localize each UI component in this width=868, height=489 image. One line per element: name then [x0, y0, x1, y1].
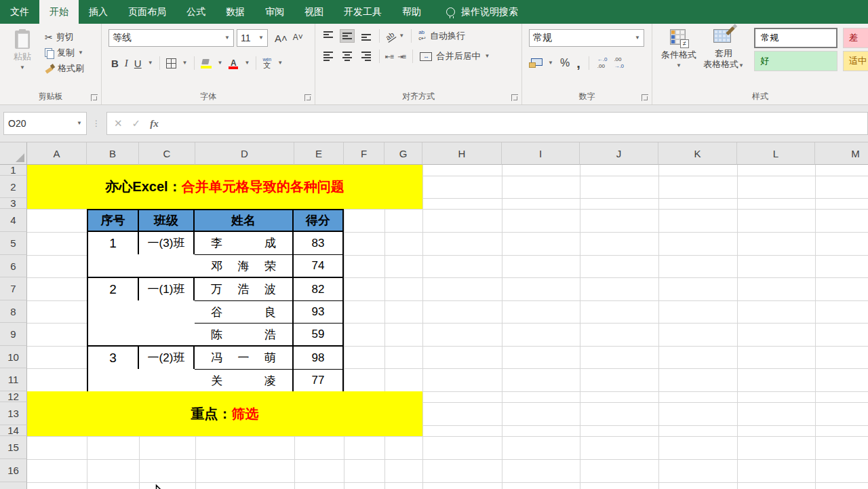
comma-style-button[interactable]: ,: [576, 59, 580, 67]
tab-page-layout[interactable]: 页面布局: [118, 0, 176, 24]
decrease-decimal-button[interactable]: .00→.0: [614, 56, 624, 69]
font-name-select[interactable]: 等线 ▼: [108, 29, 234, 47]
accounting-dropdown-arrow[interactable]: ▼: [548, 60, 553, 66]
student-name-cell[interactable]: 陈浩: [195, 323, 294, 345]
class-cell[interactable]: 一(2)班: [139, 347, 195, 369]
score-cell[interactable]: 77: [294, 369, 342, 391]
tab-file[interactable]: 文件: [0, 0, 39, 24]
score-cell[interactable]: 83: [294, 232, 342, 254]
student-name-cell[interactable]: 谷良: [195, 300, 294, 323]
table-column-header[interactable]: 得分: [294, 210, 342, 231]
cancel-button[interactable]: ✕: [114, 117, 123, 130]
column-header-L[interactable]: L: [737, 142, 815, 165]
column-header-A[interactable]: A: [27, 142, 87, 165]
percent-style-button[interactable]: %: [560, 57, 570, 69]
class-cell[interactable]: 一(3)班: [139, 232, 195, 254]
row-header-6[interactable]: 6: [0, 255, 27, 277]
row-header-9[interactable]: 9: [0, 323, 27, 346]
row-header-3[interactable]: 3: [0, 198, 27, 209]
row-header-16[interactable]: 16: [0, 459, 27, 482]
cell-style-bad[interactable]: 差: [843, 28, 868, 48]
merge-center-button[interactable]: 合并后居中: [436, 50, 480, 62]
column-header-D[interactable]: D: [195, 142, 294, 165]
align-bottom-button[interactable]: [359, 29, 374, 43]
format-as-table-button[interactable]: 套用表格格式▼: [701, 28, 746, 92]
tab-help[interactable]: 帮助: [392, 0, 431, 24]
paste-dropdown-arrow[interactable]: ▼: [20, 65, 25, 71]
row-header-13[interactable]: 13: [0, 402, 27, 425]
column-header-I[interactable]: I: [502, 142, 580, 165]
increase-font-size-button[interactable]: A˄: [275, 33, 288, 44]
underline-dropdown-arrow[interactable]: ▼: [148, 60, 153, 66]
student-name-cell[interactable]: 冯一萌: [195, 347, 294, 369]
row-header-7[interactable]: 7: [0, 277, 27, 300]
tab-data[interactable]: 数据: [216, 0, 255, 24]
name-box-dropdown-arrow[interactable]: ▼: [77, 121, 82, 126]
phonetic-dropdown-arrow[interactable]: ▼: [277, 60, 283, 66]
borders-button[interactable]: [166, 58, 176, 69]
accounting-format-button[interactable]: [529, 58, 541, 68]
score-cell[interactable]: 93: [294, 300, 342, 323]
cell-style-good[interactable]: 好: [754, 51, 837, 71]
conditional-dropdown-arrow[interactable]: ▼: [676, 63, 682, 69]
decrease-font-size-button[interactable]: A˅: [293, 33, 303, 44]
align-center-button[interactable]: [340, 50, 355, 63]
column-header-K[interactable]: K: [658, 142, 737, 165]
row-header-10[interactable]: 10: [0, 346, 27, 368]
align-middle-button[interactable]: [340, 29, 355, 43]
formula-input[interactable]: [165, 112, 868, 135]
font-size-dropdown-arrow[interactable]: ▼: [258, 35, 264, 41]
cut-button[interactable]: ✂ 剪切: [45, 31, 84, 43]
table-column-header[interactable]: 序号: [88, 210, 139, 231]
row-header-17[interactable]: 17: [0, 482, 27, 489]
phonetic-guide-button[interactable]: wén文: [262, 57, 271, 69]
font-dialog-launcher[interactable]: [304, 94, 311, 101]
name-box[interactable]: O20 ▼: [3, 112, 87, 135]
alignment-dialog-launcher[interactable]: [511, 94, 518, 101]
underline-button[interactable]: U: [134, 58, 142, 69]
number-format-dropdown-arrow[interactable]: ▼: [635, 35, 640, 41]
align-right-button[interactable]: [359, 50, 374, 63]
score-cell[interactable]: 98: [294, 347, 342, 369]
score-cell[interactable]: 59: [294, 323, 342, 345]
table-column-header[interactable]: 班级: [139, 210, 195, 231]
row-header-4[interactable]: 4: [0, 209, 27, 232]
cell-style-neutral[interactable]: 适中: [843, 51, 868, 71]
tell-me-search[interactable]: 操作说明搜索: [446, 0, 518, 24]
merge-center-dropdown-arrow[interactable]: ▼: [484, 54, 490, 59]
tab-insert[interactable]: 插入: [79, 0, 118, 24]
orientation-button[interactable]: ab: [384, 30, 397, 43]
serial-number-cell[interactable]: 2: [88, 278, 139, 300]
column-header-C[interactable]: C: [139, 142, 195, 165]
enter-button[interactable]: ✓: [132, 117, 141, 130]
fill-color-dropdown-arrow[interactable]: ▼: [218, 60, 223, 66]
serial-number-cell[interactable]: 3: [88, 347, 139, 369]
title-banner-cell[interactable]: 亦心Excel：合并单元格导致的各种问题: [27, 165, 422, 209]
decrease-indent-button[interactable]: ⇤≡: [385, 53, 393, 60]
tab-developer[interactable]: 开发工具: [334, 0, 392, 24]
row-header-11[interactable]: 11: [0, 368, 27, 391]
select-all-button[interactable]: [0, 142, 27, 165]
student-name-cell[interactable]: 关凌: [195, 369, 294, 391]
insert-function-button[interactable]: fx: [150, 118, 159, 130]
class-cell[interactable]: 一(1)班: [139, 278, 195, 300]
row-header-8[interactable]: 8: [0, 300, 27, 323]
wrap-text-button[interactable]: 自动换行: [430, 30, 465, 42]
conditional-formatting-button[interactable]: ≠ 条件格式 ▼: [656, 28, 701, 92]
font-color-dropdown-arrow[interactable]: ▼: [244, 60, 250, 66]
column-header-J[interactable]: J: [580, 142, 658, 165]
number-dialog-launcher[interactable]: [642, 94, 648, 101]
column-header-H[interactable]: H: [422, 142, 502, 165]
increase-decimal-button[interactable]: ←.0.00: [597, 56, 608, 69]
format-painter-button[interactable]: 格式刷: [45, 62, 84, 75]
paste-button[interactable]: 粘贴 ▼: [5, 28, 39, 92]
column-header-M[interactable]: M: [815, 142, 868, 165]
borders-dropdown-arrow[interactable]: ▼: [182, 60, 188, 66]
footer-banner-cell[interactable]: 重点：筛选: [27, 391, 422, 436]
column-header-E[interactable]: E: [294, 142, 344, 165]
row-header-15[interactable]: 15: [0, 436, 27, 459]
clipboard-dialog-launcher[interactable]: [91, 94, 98, 101]
row-header-1[interactable]: 1: [0, 165, 27, 176]
tab-home[interactable]: 开始: [39, 0, 79, 24]
orientation-dropdown-arrow[interactable]: ▼: [399, 33, 404, 39]
